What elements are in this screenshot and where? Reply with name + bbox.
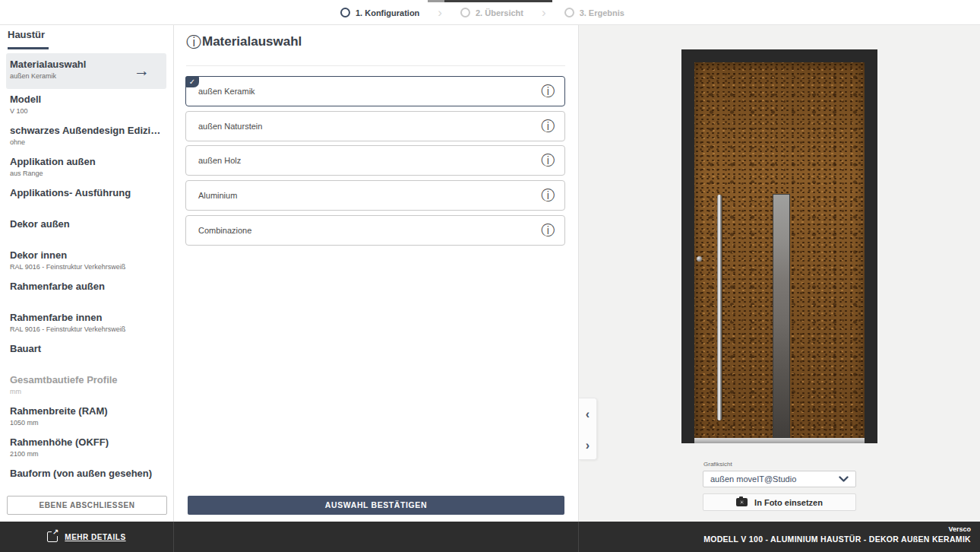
- sidebar-item-subtitle: V 100: [10, 107, 165, 115]
- sidebar-item-rahmenhoehe[interactable]: Rahmenhöhe (OKFF) 2100 mm: [0, 432, 172, 463]
- sidebar-item-materialauswahl[interactable]: Materialauswahl außen Keramik →: [6, 53, 166, 89]
- more-details-label: MEHR DETAILS: [65, 533, 125, 541]
- close-level-button[interactable]: EBENE ABSCHLIESSEN: [7, 496, 167, 515]
- sidebar-item-title: Modell: [10, 94, 165, 105]
- sidebar-item-subtitle: 1050 mm: [10, 419, 165, 427]
- sidebar-item-subtitle: mm: [10, 388, 165, 395]
- sidebar-item-title: Applikations- Ausführung: [10, 187, 165, 198]
- external-link-icon: [47, 531, 58, 542]
- info-icon[interactable]: ⓘ: [541, 119, 555, 133]
- model-summary: Versco MODELL V 100 - ALUMINIUM HAUSTÜR …: [579, 522, 980, 552]
- top-bar: 1. Konfiguration › 2. Übersicht › 3. Erg…: [0, 0, 980, 25]
- panel-title: Materialauswahl: [202, 34, 302, 49]
- info-icon[interactable]: ⓘ: [186, 34, 201, 49]
- sidebar-item-rahmenfarbe-innen[interactable]: Rahmenfarbe innen RAL 9016 - Feinstruktu…: [0, 307, 172, 338]
- panel-collapse-control: ‹ ›: [579, 398, 597, 460]
- sidebar-item-modell[interactable]: Modell V 100: [0, 89, 172, 120]
- option-aussen-naturstein[interactable]: außen Naturstein ⓘ: [185, 111, 565, 141]
- option-combinazione[interactable]: Combinazione ⓘ: [185, 215, 565, 246]
- sidebar-item-rahmenbreite[interactable]: Rahmenbreite (RAM) 1050 mm: [0, 401, 172, 432]
- sidebar-item-title: Rahmenfarbe außen: [10, 281, 165, 292]
- bottom-bar-spacer: [174, 522, 579, 552]
- insert-photo-label: In Foto einsetzen: [754, 498, 823, 507]
- sidebar-item-title: Dekor innen: [10, 249, 165, 261]
- view-select-value: außen moveIT@Studio: [710, 474, 796, 484]
- insert-into-photo-button[interactable]: In Foto einsetzen: [703, 493, 856, 511]
- step-separator-chevron-icon: ›: [438, 5, 442, 21]
- sidebar-item-title: Rahmenbreite (RAM): [10, 405, 165, 417]
- option-label: Aluminium: [198, 181, 237, 210]
- sidebar-item-title: Rahmenhöhe (OKFF): [10, 436, 165, 448]
- step-circle-icon: [340, 8, 350, 17]
- tab-haustuer[interactable]: Haustür: [8, 29, 45, 40]
- step-label: 1. Konfiguration: [356, 8, 419, 17]
- door-preview-image: [681, 49, 877, 443]
- sidebar-item-list: Materialauswahl außen Keramik → Modell V…: [0, 53, 172, 494]
- sidebar-item-dekor-innen[interactable]: Dekor innen RAL 9016 - Feinstruktur Verk…: [0, 245, 172, 276]
- door-leaf-rust-surface: [694, 62, 865, 443]
- view-select-dropdown[interactable]: außen moveIT@Studio: [703, 471, 856, 487]
- option-label: Combinazione: [198, 216, 251, 245]
- sidebar-item-aussendesign[interactable]: schwarzes Außendesign Edizione N... ohne: [0, 120, 172, 151]
- sidebar-item-dekor-aussen[interactable]: Dekor außen: [0, 214, 172, 245]
- config-sidebar: Haustür Materialauswahl außen Keramik → …: [0, 25, 174, 522]
- sidebar-item-title: Gesamtbautiefe Profile: [10, 374, 165, 385]
- chevron-left-icon[interactable]: ‹: [579, 398, 596, 430]
- sidebar-item-bauform[interactable]: Bauform (von außen gesehen): [0, 463, 172, 494]
- brand-label: Versco: [579, 525, 971, 533]
- sidebar-item-subtitle: 2100 mm: [10, 450, 165, 458]
- sidebar-item-rahmenfarbe-aussen[interactable]: Rahmenfarbe außen: [0, 276, 172, 307]
- info-icon[interactable]: ⓘ: [541, 189, 555, 202]
- wizard-steps: 1. Konfiguration › 2. Übersicht › 3. Erg…: [340, 0, 624, 25]
- sidebar-item-gesamtbautiefe: Gesamtbautiefe Profile mm: [0, 370, 172, 401]
- option-aluminium[interactable]: Aluminium ⓘ: [185, 180, 565, 211]
- grafiksicht-label: Grafiksicht: [703, 461, 732, 468]
- option-label: außen Naturstein: [198, 112, 262, 141]
- step-circle-icon: [564, 8, 574, 17]
- step-label: 2. Übersicht: [476, 8, 523, 17]
- option-label: außen Holz: [198, 146, 241, 175]
- sidebar-item-subtitle: RAL 9016 - Feinstruktur Verkehrsweiß: [10, 325, 165, 333]
- wizard-step-ergebnis[interactable]: 3. Ergebnis: [564, 8, 624, 17]
- sidebar-item-title: Bauart: [10, 343, 165, 354]
- arrow-right-icon: →: [134, 62, 150, 78]
- sidebar-item-title: Applikation außen: [10, 156, 165, 167]
- sidebar-item-subtitle: RAL 9016 - Feinstruktur Verkehrsweiß: [10, 263, 165, 271]
- sidebar-item-subtitle: ohne: [10, 138, 165, 146]
- info-icon[interactable]: ⓘ: [541, 154, 555, 167]
- door-glass-strip: [773, 194, 790, 438]
- confirm-selection-button[interactable]: AUSWAHL BESTÄTIGEN: [188, 496, 564, 515]
- divider: [186, 65, 565, 66]
- step-separator-chevron-icon: ›: [542, 5, 546, 21]
- step-circle-icon: [460, 8, 470, 17]
- sidebar-item-subtitle: aus Range: [10, 170, 165, 177]
- door-lock-pin: [697, 256, 702, 262]
- model-description: MODELL V 100 - ALUMINIUM HAUSTÜR - DEKOR…: [579, 535, 971, 544]
- check-icon: ✓: [185, 76, 199, 87]
- option-aussen-holz[interactable]: außen Holz ⓘ: [185, 145, 565, 176]
- bottom-bar: MEHR DETAILS Versco MODELL V 100 - ALUMI…: [0, 522, 980, 552]
- sidebar-item-title: Rahmenfarbe innen: [10, 312, 165, 323]
- sidebar-item-title: Bauform (von außen gesehen): [10, 468, 165, 479]
- camera-icon: [736, 498, 748, 506]
- tab-underline: [8, 47, 49, 49]
- option-aussen-keramik[interactable]: ✓ außen Keramik ⓘ: [185, 76, 565, 106]
- chevron-right-icon[interactable]: ›: [579, 430, 596, 461]
- info-icon[interactable]: ⓘ: [541, 84, 555, 98]
- step-label: 3. Ergebnis: [580, 8, 624, 17]
- material-selection-panel: ⓘ Materialauswahl ✓ außen Keramik ⓘ auße…: [174, 25, 579, 522]
- sidebar-item-bauart[interactable]: Bauart: [0, 338, 172, 370]
- sidebar-item-title: Dekor außen: [10, 218, 165, 230]
- door-preview-panel: ‹ › Grafiksicht außen moveIT@Studio In F…: [579, 25, 980, 522]
- wizard-step-konfiguration[interactable]: 1. Konfiguration: [340, 8, 419, 17]
- sidebar-item-title: schwarzes Außendesign Edizione N...: [10, 125, 165, 136]
- chevron-down-icon: [839, 476, 849, 483]
- more-details-button[interactable]: MEHR DETAILS: [0, 522, 174, 552]
- door-handle-bar: [717, 195, 722, 420]
- sidebar-item-applikations-ausfuehrung[interactable]: Applikations- Ausführung: [0, 182, 172, 214]
- sidebar-item-applikation-aussen[interactable]: Applikation außen aus Range: [0, 151, 172, 182]
- door-sill: [694, 438, 865, 443]
- option-label: außen Keramik: [198, 77, 255, 106]
- info-icon[interactable]: ⓘ: [541, 224, 555, 237]
- wizard-step-uebersicht[interactable]: 2. Übersicht: [460, 8, 523, 17]
